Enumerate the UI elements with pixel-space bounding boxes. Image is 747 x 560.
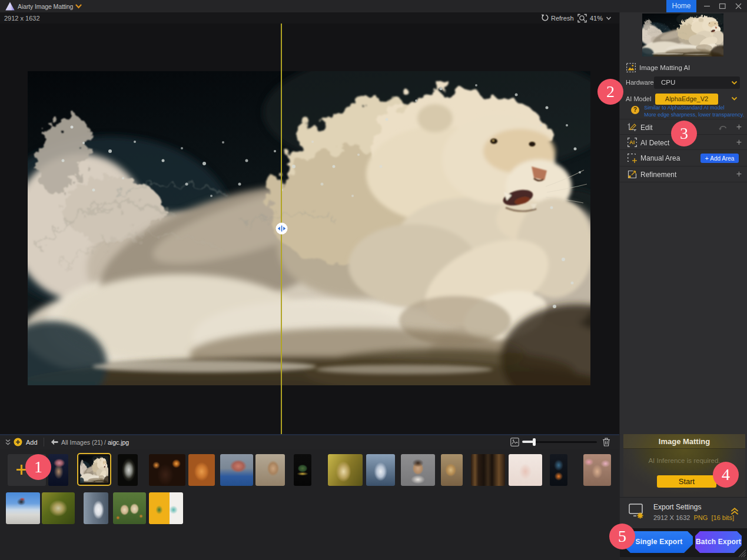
svg-text:AI: AI — [629, 139, 635, 145]
